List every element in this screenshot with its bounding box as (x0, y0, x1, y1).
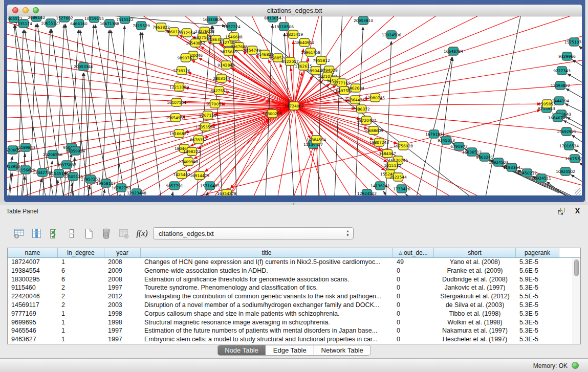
table-cell[interactable]: 1 (58, 326, 104, 335)
table-cell[interactable]: 0 (393, 275, 434, 284)
table-cell[interactable]: 0 (393, 310, 434, 318)
tab-network-table[interactable]: Network Table (314, 345, 371, 355)
table-cell[interactable]: 2003 (104, 301, 141, 310)
table-cell[interactable]: 9465546 (8, 326, 58, 335)
table-cell[interactable]: 1997 (104, 326, 141, 335)
delete-table-icon[interactable] (117, 226, 130, 240)
graph-edge[interactable] (84, 25, 94, 195)
table-row[interactable]: 1456911722003Disruption of a novel membe… (8, 301, 573, 310)
table-cell[interactable]: 5.3E-5 (516, 318, 559, 327)
show-column-icon[interactable] (30, 226, 43, 240)
table-select-dropdown[interactable]: citations_edges.txt ▲▼ (153, 227, 354, 239)
graph-edge[interactable] (294, 104, 541, 106)
tab-node-table[interactable]: Node Table (217, 345, 266, 355)
table-cell[interactable]: 0 (393, 318, 434, 327)
table-cell[interactable]: 0 (393, 283, 434, 292)
table-row[interactable]: 1830029562008Estimation of significance … (8, 275, 573, 284)
graph-edge[interactable] (142, 32, 161, 195)
table-cell[interactable]: Yano et al. (2008) (434, 258, 516, 267)
network-canvas[interactable]: 2405572233517420891401065532715276026466… (7, 16, 582, 195)
column-header-short[interactable]: short (434, 248, 516, 257)
table-cell[interactable]: Embryonic stem cells: a model to study s… (141, 335, 393, 344)
table-cell[interactable]: Genome-wide association studies in ADHD. (141, 267, 393, 275)
table-cell[interactable]: 2 (58, 283, 104, 292)
close-window-button[interactable] (12, 7, 18, 13)
table-cell[interactable]: Estimation of the future numbers of pati… (141, 326, 393, 335)
window-resize-grip-icon[interactable] (575, 188, 581, 195)
graph-edge[interactable] (294, 106, 365, 195)
table-cell[interactable]: 19384554 (8, 267, 58, 275)
table-cell[interactable]: 5.3E-5 (516, 283, 559, 292)
table-cell[interactable]: Tibbo et al. (1998) (434, 310, 516, 318)
graph-edge[interactable] (39, 179, 41, 195)
column-header-year[interactable]: year (104, 248, 141, 257)
table-cell[interactable]: Nakamura et al. (1997) (434, 326, 516, 335)
table-cell[interactable]: 18300295 (8, 275, 58, 284)
table-cell[interactable]: 1 (58, 310, 104, 318)
graph-edge[interactable] (172, 192, 173, 195)
table-cell[interactable]: 5.3E-5 (516, 301, 559, 310)
table-cell[interactable]: Wolkin et al. (1998) (434, 318, 516, 327)
table-cell[interactable]: 9777169 (8, 310, 58, 318)
table-cell[interactable]: 1 (58, 318, 104, 327)
table-row[interactable]: 1872400712008Changes of HCN gene express… (8, 258, 573, 267)
table-cell[interactable]: 0 (393, 335, 434, 344)
table-row[interactable]: 977716911998Corpus callosum shape and si… (8, 310, 573, 318)
table-cell[interactable]: Changes of HCN gene expression and I(f) … (141, 258, 393, 267)
table-row[interactable]: 969969511998Structural magnetic resonanc… (8, 318, 573, 327)
new-column-icon[interactable] (82, 226, 96, 240)
graph-edge[interactable] (231, 68, 294, 106)
graph-edge[interactable] (117, 26, 124, 195)
table-cell[interactable]: 2009 (104, 267, 141, 275)
network-window-titlebar[interactable]: citations_edges.txt (7, 5, 582, 16)
graph-edge[interactable] (10, 172, 12, 195)
table-scrollbar[interactable] (573, 258, 580, 344)
table-cell[interactable]: de Silva et al. (2003) (434, 301, 516, 310)
graph-edge[interactable] (7, 29, 294, 106)
graph-edge[interactable] (294, 106, 529, 195)
column-header-out_de[interactable]: △out_de... (393, 248, 434, 257)
table-cell[interactable]: 0 (393, 292, 434, 301)
table-cell[interactable]: 5.3E-5 (516, 335, 559, 344)
table-cell[interactable]: 5.5E-5 (516, 292, 559, 301)
graph-edge[interactable] (80, 30, 110, 195)
graph-edge[interactable] (103, 189, 105, 195)
table-cell[interactable]: Dudbridge et al. (2008) (434, 275, 516, 284)
table-cell[interactable]: 6 (58, 275, 104, 284)
graph-edge[interactable] (102, 30, 109, 195)
table-cell[interactable]: 1997 (104, 283, 141, 292)
citation-graph[interactable]: 2405572233517420891401065532715276026466… (7, 16, 582, 195)
table-cell[interactable]: 1 (58, 258, 104, 267)
table-cell[interactable]: 18724007 (8, 258, 58, 267)
table-cell[interactable]: 14569117 (8, 301, 58, 310)
table-cell[interactable]: Jankovic et al. (1997) (434, 283, 516, 292)
table-cell[interactable]: 1998 (104, 318, 141, 327)
table-cell[interactable]: 0 (393, 267, 434, 275)
table-row[interactable]: 2242004622012Investigating the contribut… (8, 292, 573, 301)
table-cell[interactable]: Franke et al. (2009) (434, 267, 516, 275)
select-all-columns-icon[interactable] (47, 226, 61, 240)
table-cell[interactable]: 9115460 (8, 283, 58, 292)
table-cell[interactable]: 5.6E-5 (516, 267, 559, 275)
table-cell[interactable]: 9463627 (8, 335, 58, 344)
graph-edge[interactable] (120, 194, 120, 195)
graph-edge[interactable] (572, 59, 582, 78)
table-cell[interactable]: 1 (58, 335, 104, 344)
table-cell[interactable]: Estimation of significance thresholds fo… (141, 275, 393, 284)
table-cell[interactable]: 5.9E-5 (516, 275, 559, 284)
function-builder-icon[interactable]: f(x) (135, 226, 149, 240)
table-cell[interactable]: 0 (393, 301, 434, 310)
graph-edge[interactable] (335, 16, 342, 195)
table-cell[interactable]: 6 (58, 267, 104, 275)
table-cell[interactable]: Disruption of a novel member of a sodium… (141, 301, 393, 310)
table-cell[interactable]: 0 (393, 326, 434, 335)
table-cell[interactable]: Structural magnetic resonance image aver… (141, 318, 393, 327)
graph-edge[interactable] (436, 57, 453, 195)
minimize-window-button[interactable] (23, 7, 29, 13)
table-cell[interactable]: 5.3E-5 (516, 310, 559, 318)
table-cell[interactable]: Stergiakouli et al. (2012) (434, 292, 516, 301)
table-cell[interactable]: 5.3E-5 (516, 258, 559, 267)
table-cell[interactable]: 1998 (104, 310, 141, 318)
table-cell[interactable]: 2012 (104, 292, 141, 301)
table-cell[interactable]: 2 (58, 292, 104, 301)
